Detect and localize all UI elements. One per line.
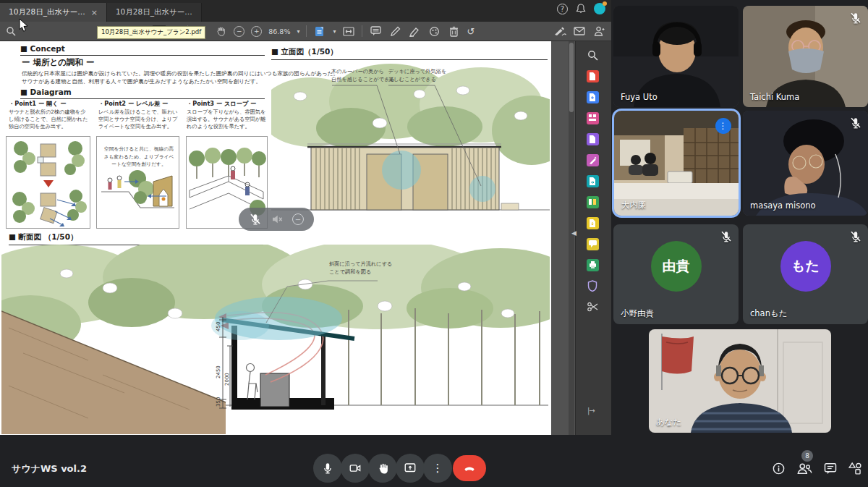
zoom-out-button[interactable]: − (234, 26, 244, 37)
point2-title: ・Point2 ー レベル差 ー (98, 100, 168, 108)
self-name: あなた (656, 417, 681, 428)
filename-tooltip: 10月28日_出水サウナ_プラン2.pdf (97, 26, 205, 39)
zoom-dropdown-caret-icon[interactable]: ▾ (297, 28, 299, 35)
more-tools-scissors-icon[interactable] (584, 299, 600, 315)
share-person-icon[interactable] (592, 25, 605, 38)
meeting-details-info-icon[interactable] (768, 458, 788, 478)
zoom-level-value[interactable]: 86.8% (268, 27, 290, 35)
delete-icon[interactable] (447, 25, 460, 38)
participant-tile-ouchi[interactable]: ⋮ 大内廉 (614, 111, 739, 216)
participant-name: Fuya Uto (621, 92, 658, 102)
help-icon[interactable]: ? (557, 4, 568, 14)
svg-text:450: 450 (216, 322, 221, 331)
print-production-icon[interactable] (584, 257, 600, 273)
svg-text:2000: 2000 (224, 373, 230, 386)
camera-button[interactable] (341, 454, 370, 483)
point3-body: スロープを下りながら、雰囲気を演出する。サウナがある空間が離れのような役割を果た… (187, 109, 268, 130)
mic-muted-icon (849, 12, 862, 25)
pdf-tab-inactive[interactable]: 10月28日_出水サー… (107, 3, 202, 22)
diagram-heading: ■ Daiagram (20, 88, 265, 99)
fill-sign-tool-icon[interactable] (584, 152, 600, 168)
page-view-caret-icon[interactable]: ▾ (333, 28, 336, 35)
elevation-heading: ■ 立面図（1/50） (271, 47, 548, 60)
raise-hand-button[interactable] (368, 454, 397, 483)
participant-tile-fuya[interactable]: Fuya Uto (613, 6, 739, 107)
participant-tile-taichi[interactable]: Taichi Kuma (743, 6, 868, 107)
protect-shield-icon[interactable] (584, 278, 600, 294)
fill-sign-pen-icon[interactable] (553, 25, 566, 38)
participant-name: 大内廉 (621, 200, 647, 211)
search-tool-icon[interactable] (584, 47, 600, 63)
pencil-annotate-icon[interactable] (388, 25, 401, 38)
elevation-note-1: 木のルーバーの奥から 自然を感じることができる (331, 67, 395, 83)
mic-muted-icon (849, 117, 862, 130)
concept-heading: ■ Concept (20, 44, 265, 56)
pdf-tab-label: 10月28日_出水サー… (116, 7, 192, 17)
point3-title: ・Point3 ー スロープ ー (187, 100, 256, 108)
mic-muted-icon (849, 230, 862, 243)
concept-body-2: サウナがある建物と自然、利用する人々で囲炉裏が生みだすようなあたたかい空間を創り… (22, 78, 261, 85)
compress-pdf-icon[interactable] (584, 215, 600, 231)
pdf-scrollbar[interactable] (569, 41, 574, 435)
avatar: 由貴 (651, 241, 702, 292)
mouse-cursor (19, 19, 29, 32)
export-pdf-icon[interactable] (584, 68, 600, 84)
expand-panel-icon[interactable]: |→ (587, 407, 595, 415)
more-options-button[interactable]: ⋮ (423, 454, 452, 483)
point1-body: サウナと脱衣所の2棟の建物を少し傾けることで、自然に開かれた独自の空間を生み出す… (9, 109, 90, 130)
self-view-tile[interactable]: あなた (649, 329, 831, 433)
mic-muted-icon[interactable] (249, 213, 262, 226)
export-convert-icon[interactable] (584, 173, 600, 189)
mic-muted-icon (720, 230, 733, 243)
concept-subtitle: ー 場所との調和 ー (22, 57, 95, 68)
organize-pages-icon[interactable] (584, 194, 600, 210)
pdf-tab-active[interactable]: 10月28日_出水サー… × (0, 3, 107, 22)
acrobat-tools-panel: ◀ |→ (575, 41, 611, 435)
audio-off-icon[interactable] (271, 213, 284, 226)
close-tab-icon[interactable]: × (91, 8, 98, 17)
elevation-note-2: デッキに座って外気浴を 楽しむことができる (388, 67, 446, 83)
share-overlay-controls: − (239, 208, 314, 231)
tile-more-options-button[interactable]: ⋮ (715, 118, 731, 134)
account-avatar[interactable] (594, 3, 605, 14)
stamp-comment-icon[interactable] (584, 236, 600, 252)
participant-name: Taichi Kuma (750, 92, 799, 102)
participant-name: masaya misono (750, 200, 816, 211)
pdf-document-area[interactable]: ■ Concept ー 場所との調和 ー 伝統的な日本家屋には囲炉裏が設けられて… (0, 41, 575, 435)
participant-name: 小野由貴 (621, 308, 654, 319)
section-heading: ■ 断面図 （1/50） (9, 232, 263, 245)
activities-icon[interactable] (845, 458, 865, 478)
minimize-overlay-icon[interactable]: − (292, 213, 304, 225)
zoom-in-button[interactable]: + (251, 26, 262, 37)
meeting-title: サウナWS vol.2 (12, 462, 87, 475)
participant-tile-ono[interactable]: 由貴 小野由貴 (613, 224, 739, 324)
comment-icon[interactable] (369, 25, 382, 38)
diagram-level-sketch: 空間を分けると共に、視線の高さも変わるため、よりプライベートな空間を創りだす。 (96, 136, 179, 229)
hand-tool-icon[interactable] (214, 25, 227, 38)
notifications-bell-icon[interactable] (576, 4, 586, 14)
comment-tool-icon[interactable] (584, 131, 600, 147)
edit-pdf-icon[interactable] (584, 110, 600, 126)
page-view-icon[interactable] (313, 25, 326, 38)
highlighter-icon[interactable] (408, 25, 421, 38)
elevation-drawing (271, 62, 550, 228)
fit-width-icon[interactable] (342, 25, 355, 38)
collapse-panel-icon[interactable]: ◀ (571, 229, 576, 237)
find-icon[interactable] (4, 25, 17, 38)
acrobat-toolbar: ↑ ↓ 1 / 3 − + 86.8% ▾ ▾ (0, 22, 611, 41)
mic-button[interactable] (313, 454, 342, 483)
present-screen-button[interactable] (396, 454, 425, 483)
participant-tile-masaya[interactable]: masaya misono (743, 111, 868, 216)
undo-icon[interactable]: ↺ (467, 26, 475, 37)
participant-count-badge: 8 (801, 450, 813, 462)
send-mail-icon[interactable] (573, 25, 586, 38)
acrobat-tab-bar: 10月28日_出水サー… × 10月28日_出水サー… ? (0, 0, 611, 22)
svg-text:2450: 2450 (216, 365, 221, 378)
create-pdf-icon[interactable] (584, 89, 600, 105)
section-note: 斜面に沿って片流れにする ことで調和を図る (329, 260, 392, 276)
stamp-tools-icon[interactable] (427, 25, 441, 38)
diagram2-note: 空間を分けると共に、視線の高さも変わるため、よりプライベートな空間を創りだす。 (103, 145, 175, 169)
chat-icon[interactable] (820, 458, 841, 478)
participant-tile-chan[interactable]: もた chanもた (743, 224, 868, 324)
end-call-button[interactable] (453, 455, 486, 481)
